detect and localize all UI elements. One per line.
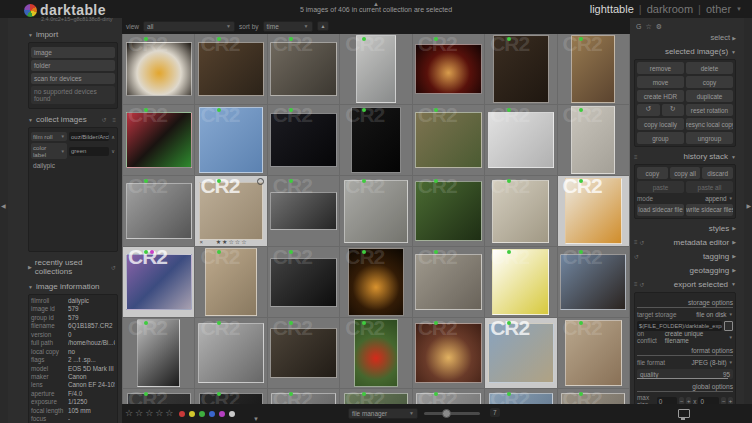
styles-header[interactable]: styles ▶ <box>634 224 736 233</box>
copy-button[interactable]: copy <box>686 76 733 88</box>
thumb-cracked-wall[interactable]: CR2 <box>558 105 629 175</box>
thumb-washbasin-tiles[interactable]: CR2 <box>485 105 556 175</box>
star-outline-icon[interactable]: ☆ <box>235 239 240 245</box>
thumb-dog-face[interactable]: CR2 <box>558 247 629 317</box>
quality-slider[interactable]: quality95 <box>637 369 733 379</box>
chevron-down-icon[interactable]: ▼ <box>736 6 742 12</box>
write-sidecar-files-button[interactable]: write sidecar files <box>686 204 733 216</box>
view-filter-dropdown[interactable]: all ▼ <box>143 21 235 32</box>
star-outline-icon[interactable]: ☆ <box>241 239 246 245</box>
import-module-header[interactable]: ▼ import <box>28 30 118 39</box>
import-button-scan-for-devices[interactable]: scan for devices <box>31 73 115 84</box>
thumb-next-row-2[interactable]: CR2 <box>195 389 266 404</box>
compress-history-icon[interactable]: ≡ <box>634 154 638 160</box>
thumb-colorful-hearts[interactable]: CR2 <box>123 105 194 175</box>
thumb-fern-leaves[interactable]: CR2 <box>413 176 484 246</box>
color-label-filter-dot[interactable] <box>179 411 185 417</box>
remove-button[interactable]: remove <box>637 62 684 74</box>
chevron-down-icon[interactable]: ∨ <box>111 148 115 154</box>
paste-all-button[interactable]: paste all <box>686 181 733 193</box>
thumb-crocus-flowers[interactable]: CR2 <box>413 105 484 175</box>
thumb-gravel-texture[interactable]: CR2×★★☆☆☆ <box>195 176 266 246</box>
display-profile-icon[interactable] <box>678 409 690 418</box>
rating-overlay[interactable]: ★★☆☆☆ <box>195 239 266 245</box>
thumb-pear-fruit[interactable]: CR2 <box>485 176 556 246</box>
copy-all-button[interactable]: copy all <box>670 167 701 179</box>
thumb-red-lamp[interactable]: CR2 <box>413 34 484 104</box>
on-conflict-dropdown[interactable]: create unique filename▼ <box>665 330 733 344</box>
resync-local-copy-button[interactable]: resync local copy <box>686 118 733 130</box>
thumb-next-row-4[interactable]: CR2 <box>340 389 411 404</box>
thumb-dark-chair[interactable]: CR2 <box>340 105 411 175</box>
import-button-image[interactable]: image <box>31 47 115 58</box>
view-mode-darkroom[interactable]: darkroom <box>647 3 693 15</box>
thumb-red-tulip[interactable]: CR2 <box>340 318 411 388</box>
star-filled-icon[interactable]: ★ <box>216 239 221 245</box>
file-format-dropdown[interactable]: JPEG (8-bit)▼ <box>691 359 733 366</box>
thumb-deer-face[interactable]: CR2 <box>558 34 629 104</box>
zoom-slider-handle[interactable] <box>442 409 451 418</box>
star-filled-icon[interactable]: ★ <box>222 239 227 245</box>
thumb-next-row-7[interactable]: CR2 <box>558 389 629 404</box>
history-mode-dropdown[interactable]: append▼ <box>705 195 733 202</box>
sort-direction-button[interactable]: ▲ <box>317 21 330 31</box>
collect-rule-property-dropdown[interactable]: color label▼ <box>31 143 67 159</box>
module-reset-presets-icons[interactable]: ↺ ≡ <box>102 116 118 123</box>
rotate-cw-button[interactable]: ↻ <box>662 104 685 116</box>
thumb-blurred-medallions[interactable]: CR2 <box>340 176 411 246</box>
thumb-graffiti-wall[interactable]: CR2 <box>413 247 484 317</box>
left-panel-edge[interactable] <box>0 18 8 423</box>
reset-rotation-button[interactable]: reset rotation <box>686 104 733 116</box>
collapse-left-arrow[interactable]: ◀ <box>1 203 6 209</box>
collect-rule-value-input[interactable]: ouz/Bilder/Archiv/dailypic <box>69 132 109 141</box>
thumb-concrete-building[interactable]: CR2 <box>340 34 411 104</box>
select-module-header[interactable]: select ▶ <box>634 33 736 42</box>
discard-button[interactable]: discard <box>702 167 733 179</box>
zoom-slider[interactable] <box>424 412 480 415</box>
collection-item[interactable]: dailypic <box>33 162 113 169</box>
rating-star-icon[interactable]: ☆ <box>145 408 153 418</box>
ungroup-button[interactable]: ungroup <box>686 132 733 144</box>
reset-icon[interactable]: ↺ <box>634 253 639 260</box>
rating-star-icon[interactable]: ☆ <box>135 408 143 418</box>
thumb-next-row-5[interactable]: CR2 <box>413 389 484 404</box>
target-storage-dropdown[interactable]: file on disk▼ <box>696 311 733 318</box>
thumb-candle-jar[interactable]: CR2 <box>413 318 484 388</box>
delete-button[interactable]: delete <box>686 62 733 74</box>
rating-star-icon[interactable]: ☆ <box>165 408 173 418</box>
thumb-boar-face[interactable]: CR2 <box>485 34 556 104</box>
load-sidecar-file-button[interactable]: load sidecar file <box>637 204 684 216</box>
geotagging-header[interactable]: geotagging ▶ <box>634 266 736 275</box>
create-HDR-button[interactable]: create HDR <box>637 90 684 102</box>
view-mode-other[interactable]: other <box>706 3 731 15</box>
thumb-next-row-1[interactable]: CR2 <box>123 389 194 404</box>
thumb-next-row-3[interactable]: CR2 <box>268 389 339 404</box>
collapse-top-arrow[interactable]: ▲ <box>373 1 379 7</box>
collect-images-module-header[interactable]: ▼ collect images ↺ ≡ <box>28 115 118 124</box>
thumb-field-rows[interactable]: CR2 <box>268 318 339 388</box>
color-label-filter-dot[interactable] <box>219 411 225 417</box>
collapse-bottom-arrow[interactable]: ▼ <box>253 416 259 422</box>
duplicate-button[interactable]: duplicate <box>686 90 733 102</box>
thumb-skull-sculpture[interactable]: CR2 <box>195 34 266 104</box>
collect-rule-property-dropdown[interactable]: film roll▼ <box>31 132 67 141</box>
sort-dropdown[interactable]: time ▼ <box>263 21 313 32</box>
thumb-sepia-archway[interactable]: CR2 <box>558 318 629 388</box>
copy-locally-button[interactable]: copy locally <box>637 118 684 130</box>
layout-mode-dropdown[interactable]: file manager ▼ <box>348 408 418 419</box>
metadata-editor-header[interactable]: ≡ ↺ metadata editor ▶ <box>634 238 736 247</box>
preferences-gear-icon[interactable]: ⚙ <box>656 23 666 30</box>
star-overlays-toggle-icon[interactable]: ☆ <box>645 23 655 30</box>
thumb-next-row-6[interactable]: CR2 <box>485 389 556 404</box>
view-mode-lighttable[interactable]: lighttable <box>590 3 634 15</box>
export-selected-header[interactable]: ≡ ↺ export selected ▼ <box>634 280 736 289</box>
thumb-purple-hair[interactable]: CR2 <box>123 247 194 317</box>
thumb-dark-curve[interactable]: CR2 <box>268 247 339 317</box>
presets-icon[interactable]: ≡ <box>634 239 638 245</box>
move-button[interactable]: move <box>637 76 684 88</box>
rating-star-icon[interactable]: ☆ <box>155 408 163 418</box>
thumbnail-overlay-icons[interactable]: G☆⚙ <box>636 23 736 31</box>
thumb-fried-egg-pan[interactable]: CR2 <box>123 34 194 104</box>
thumb-night-lights[interactable]: CR2 <box>340 247 411 317</box>
rating-star-icon[interactable]: ☆ <box>125 408 133 418</box>
